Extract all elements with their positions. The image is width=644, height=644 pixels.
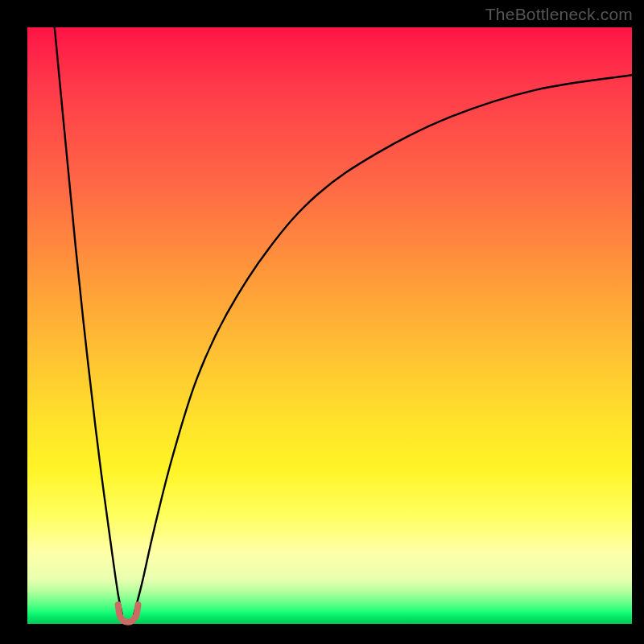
watermark-text: TheBottleneck.com bbox=[485, 5, 633, 24]
curve-right-branch bbox=[134, 75, 632, 615]
chart-frame: TheBottleneck.com bbox=[0, 0, 644, 644]
valley-marker bbox=[118, 605, 138, 621]
curve-left-branch bbox=[55, 27, 122, 615]
plot-area bbox=[27, 27, 632, 624]
curve-layer bbox=[27, 27, 632, 624]
